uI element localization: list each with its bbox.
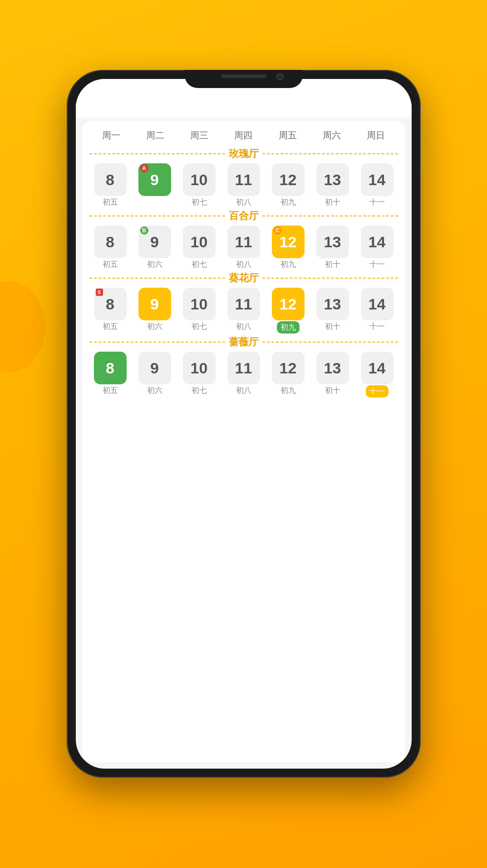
cal-cell[interactable]: C 12 初九 bbox=[267, 226, 309, 270]
cal-lunar: 初八 bbox=[236, 259, 251, 270]
cal-cell[interactable]: 10 初七 bbox=[178, 288, 220, 333]
section-name: 蔷薇厅 bbox=[229, 335, 259, 349]
cal-cell[interactable]: 13 初十 bbox=[312, 288, 354, 333]
cal-cell[interactable]: 12 初九 bbox=[267, 288, 309, 333]
cal-num: 9 bbox=[150, 171, 159, 189]
phone-screen: 周一周二周三周四周五周六周日 玫瑰厅 8 初五 A 9 初六 10 初七 bbox=[76, 79, 412, 769]
cal-lunar: 十一 bbox=[369, 321, 385, 332]
cal-num: 13 bbox=[324, 295, 341, 313]
cal-cell[interactable]: B 9 初六 bbox=[134, 226, 176, 270]
cal-cell[interactable]: 12 初九 bbox=[267, 163, 309, 207]
cal-lunar: 初九 bbox=[280, 259, 296, 270]
calendar-content[interactable]: 周一周二周三周四周五周六周日 玫瑰厅 8 初五 A 9 初六 10 初七 bbox=[82, 121, 405, 762]
cal-cell[interactable]: S 8 初五 bbox=[89, 288, 131, 333]
cal-lunar: 初八 bbox=[236, 197, 251, 207]
divider-line bbox=[89, 278, 225, 279]
cal-num: 10 bbox=[191, 295, 208, 313]
app-header bbox=[76, 104, 412, 118]
cal-num: 8 bbox=[106, 233, 114, 251]
cal-grid: 8 初五 B 9 初六 10 初七 11 初八 C 12 bbox=[89, 226, 398, 270]
cal-num-wrap: 8 bbox=[94, 352, 127, 384]
section-divider: 玫瑰厅 bbox=[89, 147, 398, 161]
cal-num: 13 bbox=[324, 359, 341, 377]
cal-num-wrap: 12 bbox=[272, 352, 305, 384]
cal-lunar: 初六 bbox=[147, 321, 162, 332]
cal-num: 12 bbox=[280, 359, 297, 377]
cal-cell[interactable]: 14 十一 bbox=[356, 288, 398, 333]
cal-cell[interactable]: 14 十一 bbox=[356, 352, 398, 397]
cal-num: 8 bbox=[106, 359, 114, 377]
cal-lunar: 初七 bbox=[192, 321, 207, 332]
cal-cell[interactable]: 11 初八 bbox=[223, 352, 265, 397]
cal-cell[interactable]: 9 初六 bbox=[134, 288, 176, 333]
cal-cell[interactable]: 10 初七 bbox=[178, 226, 220, 270]
cal-num: 10 bbox=[191, 359, 208, 377]
cal-num-wrap: 14 bbox=[361, 288, 394, 320]
cal-num: 12 bbox=[280, 233, 297, 251]
section-name: 葵花厅 bbox=[229, 271, 259, 285]
cal-num: 14 bbox=[369, 295, 386, 313]
cal-cell[interactable]: 10 初七 bbox=[178, 352, 220, 397]
cal-num-wrap: 10 bbox=[183, 163, 216, 196]
cal-num-wrap: 13 bbox=[316, 163, 349, 196]
cal-grid: 8 初五 A 9 初六 10 初七 11 初八 12 bbox=[89, 163, 398, 207]
cal-cell[interactable]: 9 初六 bbox=[134, 352, 176, 397]
cal-num-wrap: C 12 bbox=[272, 226, 305, 258]
cal-num: 8 bbox=[106, 171, 114, 189]
cal-num-wrap: 12 bbox=[272, 288, 305, 320]
section-divider: 蔷薇厅 bbox=[89, 335, 398, 349]
cal-num: 12 bbox=[280, 295, 297, 313]
day-headers: 周一周二周三周四周五周六周日 bbox=[89, 127, 398, 144]
divider-line bbox=[262, 278, 398, 279]
cal-cell[interactable]: 11 初八 bbox=[223, 288, 265, 333]
cal-num: 14 bbox=[369, 359, 386, 377]
cal-cell[interactable]: 8 初五 bbox=[89, 163, 131, 207]
cal-num-wrap: 10 bbox=[183, 226, 216, 258]
cal-num-wrap: B 9 bbox=[138, 226, 171, 258]
cal-num-wrap: 14 bbox=[361, 352, 394, 384]
cal-num: 13 bbox=[324, 233, 341, 251]
cal-lunar: 初九 bbox=[277, 321, 300, 333]
notch-camera bbox=[276, 73, 284, 80]
cal-lunar: 初七 bbox=[192, 197, 207, 207]
cal-cell[interactable]: 14 十一 bbox=[356, 163, 398, 207]
cal-num-wrap: 14 bbox=[361, 163, 394, 196]
cal-num-wrap: 13 bbox=[316, 352, 349, 384]
cal-lunar: 初十 bbox=[325, 259, 340, 270]
cal-cell[interactable]: 8 初五 bbox=[89, 226, 131, 270]
cal-num-wrap: 10 bbox=[183, 288, 216, 320]
cal-cell[interactable]: A 9 初六 bbox=[134, 163, 176, 207]
cal-lunar: 初六 bbox=[147, 259, 162, 270]
cal-num-wrap: 9 bbox=[138, 288, 171, 320]
cal-num-wrap: 11 bbox=[227, 163, 260, 196]
cal-lunar: 初十 bbox=[325, 321, 340, 332]
divider-line bbox=[262, 342, 398, 343]
divider-line bbox=[89, 216, 225, 216]
day-header: 周六 bbox=[310, 127, 354, 144]
cal-num: 11 bbox=[235, 171, 252, 189]
phone-notch bbox=[185, 70, 303, 88]
day-header: 周二 bbox=[133, 127, 177, 144]
cal-num: 9 bbox=[150, 359, 159, 377]
cal-badge: S bbox=[96, 289, 103, 296]
cal-lunar: 十一 bbox=[369, 197, 385, 207]
cal-num-wrap: 13 bbox=[316, 226, 349, 258]
cal-cell[interactable]: 11 初八 bbox=[223, 226, 265, 270]
cal-num: 9 bbox=[150, 295, 159, 313]
section-name: 百合厅 bbox=[229, 209, 259, 223]
cal-cell[interactable]: 12 初九 bbox=[267, 352, 309, 397]
cal-num-wrap: 11 bbox=[227, 352, 260, 384]
cal-cell[interactable]: 13 初十 bbox=[312, 226, 354, 270]
cal-num: 10 bbox=[191, 233, 208, 251]
cal-cell[interactable]: 8 初五 bbox=[89, 352, 131, 397]
cal-cell[interactable]: 14 十一 bbox=[356, 226, 398, 270]
section-name: 玫瑰厅 bbox=[229, 147, 259, 161]
cal-cell[interactable]: 13 初十 bbox=[312, 352, 354, 397]
cal-cell[interactable]: 13 初十 bbox=[312, 163, 354, 207]
cal-cell[interactable]: 11 初八 bbox=[223, 163, 265, 207]
cal-cell[interactable]: 10 初七 bbox=[178, 163, 220, 207]
cal-lunar: 初九 bbox=[280, 197, 296, 207]
cal-lunar: 初七 bbox=[192, 385, 207, 396]
cal-lunar: 初八 bbox=[236, 321, 251, 332]
day-header: 周一 bbox=[89, 127, 133, 144]
